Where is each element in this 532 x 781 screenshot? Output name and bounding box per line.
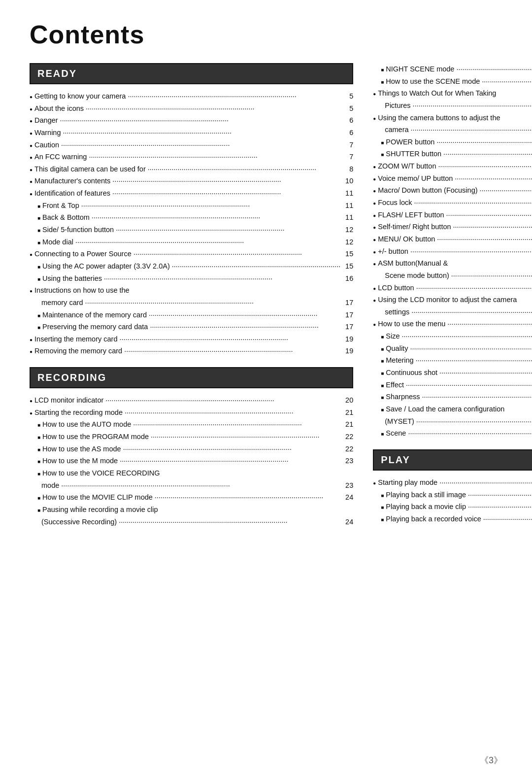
list-item: ●MENU/ OK button ·······················… xyxy=(373,233,532,245)
recording-right-section: ■NIGHT SCENE mode ······················… xyxy=(373,63,532,440)
list-item: ■How to use the MOVIE CLIP mode ········… xyxy=(30,491,353,504)
list-item: ■Effect ································… xyxy=(373,379,532,391)
bullet-icon: ● xyxy=(30,336,33,344)
bullet-icon: ■ xyxy=(37,238,40,247)
dot-leader: ········································… xyxy=(410,245,532,258)
list-item: ■SHUTTER button ························… xyxy=(373,148,532,160)
recording-section: RECORDING ●LCD monitor indicator ·······… xyxy=(30,367,353,528)
dot-leader: ········································… xyxy=(446,209,532,221)
bullet-icon: ● xyxy=(373,320,376,329)
entry-text: Self-timer/ Right button xyxy=(378,221,451,233)
entry-text: settings xyxy=(385,306,409,318)
ready-list: ●Getting to know your camera ···········… xyxy=(30,90,353,357)
bullet-icon: ● xyxy=(30,397,33,405)
entry-text: An FCC warning xyxy=(34,151,87,163)
list-item: ●Starting the recording mode ···········… xyxy=(30,407,353,419)
list-item: ■Playing back a still image ············… xyxy=(373,489,532,501)
bullet-icon: ■ xyxy=(37,494,40,502)
dot-leader: ········································… xyxy=(75,236,340,248)
ready-header: READY xyxy=(30,63,353,84)
bullet-icon: ● xyxy=(373,223,376,232)
entry-text: How to use the M mode xyxy=(42,455,118,467)
page-number-ref: 20 xyxy=(342,394,353,407)
page-number-ref: 10 xyxy=(342,175,353,187)
entry-text: (Successive Recording) xyxy=(41,516,117,528)
right-column: ■NIGHT SCENE mode ······················… xyxy=(373,63,532,538)
dot-leader: ········································… xyxy=(119,516,340,528)
entry-text: SHUTTER button xyxy=(386,148,441,160)
entry-text: Manufacturer's contents xyxy=(34,175,110,187)
list-item: ●Voice memo/ UP button ·················… xyxy=(373,172,532,185)
dot-leader: ········································… xyxy=(416,354,532,367)
entry-text: Identification of features xyxy=(34,187,110,200)
page-number: 《3》 xyxy=(480,754,502,766)
dot-leader: ········································… xyxy=(439,367,532,379)
page-number-ref: 5 xyxy=(342,102,353,115)
list-item: ●Starting play mode ····················… xyxy=(373,476,532,489)
list-item: ●Manufacturer's contents ···············… xyxy=(30,175,353,187)
list-item: ■Maintenance of the memory card ········… xyxy=(30,309,353,321)
bullet-icon: ■ xyxy=(381,138,384,147)
dot-leader: ········································… xyxy=(150,321,340,333)
bullet-icon: ■ xyxy=(37,275,40,283)
dot-leader: ········································… xyxy=(112,187,340,200)
recording-header: RECORDING xyxy=(30,367,353,388)
list-item: settings ·······························… xyxy=(373,306,532,318)
page-number-ref: 17 xyxy=(342,309,353,321)
entry-text: Inserting the memory card xyxy=(34,333,117,345)
list-item: ●Self-timer/ Right button ··············… xyxy=(373,221,532,233)
page-number-ref: 22 xyxy=(342,431,353,443)
entry-text: MENU/ OK button xyxy=(378,233,435,245)
list-item: ■How to use the AS mode ················… xyxy=(30,443,353,455)
bullet-icon: ● xyxy=(373,479,376,487)
entry-text: Macro/ Down button (Focusing) xyxy=(378,184,477,197)
bullet-icon: ■ xyxy=(381,357,384,365)
entry-text: Playing back a recorded voice xyxy=(386,513,481,525)
dot-leader: ········································… xyxy=(155,491,340,504)
list-item: ●Removing the memory card ··············… xyxy=(30,345,353,357)
list-item: ■How to use the AUTO mode ··············… xyxy=(30,418,353,431)
entry-text: Continuous shot xyxy=(386,367,437,379)
entry-text: Scene xyxy=(386,427,406,440)
entry-text: Save / Load the camera configuration xyxy=(386,403,504,415)
entry-text: Using the camera buttons to adjust the xyxy=(378,112,500,124)
list-item: ■Using the batteries ···················… xyxy=(30,272,353,285)
entry-text: NIGHT SCENE mode xyxy=(386,63,454,75)
dot-leader: ········································… xyxy=(437,233,532,245)
recording-list: ●LCD monitor indicator ·················… xyxy=(30,394,353,528)
entry-text: (MYSET) xyxy=(385,415,414,428)
list-item: ●ASM button(Manual & xyxy=(373,257,532,270)
page-title: Contents xyxy=(30,20,502,49)
dot-leader: ········································… xyxy=(411,124,532,136)
entry-text: Using the LCD monitor to adjust the came… xyxy=(378,294,517,306)
entry-text: Connecting to a Power Source xyxy=(34,248,132,260)
entry-text: How to use the menu xyxy=(378,318,445,330)
dot-leader: ········································… xyxy=(85,297,341,309)
page-number-ref: 19 xyxy=(342,333,353,345)
bullet-icon: ■ xyxy=(381,381,384,390)
list-item: ●Macro/ Down button (Focusing) ·········… xyxy=(373,184,532,197)
list-item: ■Preserving the memory card data ·······… xyxy=(30,321,353,333)
page-number-ref: 7 xyxy=(342,151,353,163)
entry-text: camera xyxy=(385,124,408,136)
list-item: ●Inserting the memory card ·············… xyxy=(30,333,353,345)
bullet-icon: ● xyxy=(30,347,33,356)
dot-leader: ········································… xyxy=(92,211,340,224)
list-item: ●LCD button ····························… xyxy=(373,282,532,294)
entry-text: Scene mode button) xyxy=(385,270,449,282)
page-number-ref: 15 xyxy=(342,248,353,260)
dot-leader: ········································… xyxy=(81,200,340,212)
dot-leader: ········································… xyxy=(124,345,340,357)
entry-text: Using the batteries xyxy=(42,272,102,285)
entry-text: mode xyxy=(41,479,59,492)
bullet-icon: ■ xyxy=(381,150,384,159)
list-item: ■How to use the M mode ·················… xyxy=(30,455,353,467)
page-number-ref: 5 xyxy=(342,90,353,102)
page-number-ref: 11 xyxy=(342,187,353,200)
dot-leader: ········································… xyxy=(151,431,340,443)
list-item: ■Sharpness ·····························… xyxy=(373,391,532,403)
bullet-icon: ● xyxy=(373,284,376,293)
list-item: camera ·································… xyxy=(373,124,532,136)
dot-leader: ········································… xyxy=(112,175,340,187)
list-item: ●LCD monitor indicator ·················… xyxy=(30,394,353,407)
